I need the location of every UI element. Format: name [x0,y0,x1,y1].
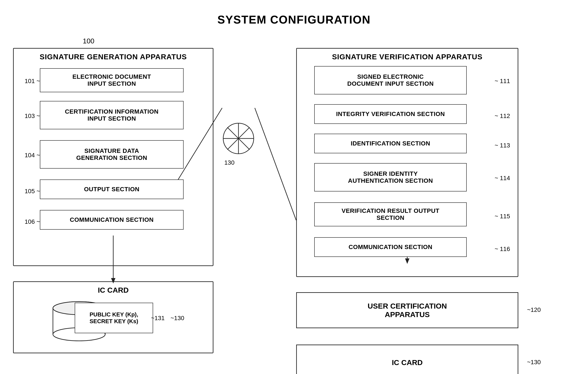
network-circle [222,122,255,155]
right-box-116: COMMUNICATION SECTION [314,237,467,257]
left-box-106: COMMUNICATION SECTION [40,210,184,230]
ic-card-left-box: IC CARD PUBLIC KEY (Kp),SECRET KEY (Ks) … [13,281,213,353]
ref-104: 104 ~ [25,152,40,159]
ref-114: ~ 114 [494,175,510,182]
ref-130-right: ~130 [527,359,541,366]
left-apparatus-label: SIGNATURE GENERATION APPARATUS [40,53,187,61]
label-130-network: 130 [224,159,235,166]
ref-101: 101 ~ [25,78,40,85]
right-apparatus-box: SIGNATURE VERIFICATION APPARATUS SIGNED … [296,48,518,277]
ic-card-left-label: IC CARD [98,286,129,294]
right-box-111: SIGNED ELECTRONICDOCUMENT INPUT SECTION [314,66,467,94]
ref-115: ~ 115 [494,213,510,220]
left-apparatus-box: SIGNATURE GENERATION APPARATUS ELECTRONI… [13,48,213,266]
user-cert-apparatus-box: USER CERTIFICATIONAPPARATUS [296,292,518,328]
ref-111: ~ 111 [494,78,510,85]
right-box-115: VERIFICATION RESULT OUTPUTSECTION [314,202,467,226]
left-box-103: CERTIFICATION INFORMATIONINPUT SECTION [40,101,184,129]
right-box-113: IDENTIFICATION SECTION [314,134,467,153]
left-box-101: ELECTRONIC DOCUMENTINPUT SECTION [40,68,184,92]
label-100: 100 [83,37,94,45]
ic-card-right-box: IC CARD [296,345,518,374]
ref-112: ~ 112 [494,112,510,120]
ref-131: ~131 [151,315,165,322]
left-box-105: OUTPUT SECTION [40,179,184,199]
page-title: SYSTEM CONFIGURATION [0,13,588,26]
ref-113: ~ 113 [494,142,510,149]
left-box-104: SIGNATURE DATAGENERATION SECTION [40,140,184,169]
ic-card-key-box: PUBLIC KEY (Kp),SECRET KEY (Ks) [75,303,153,333]
ref-105: 105 ~ [25,188,40,195]
diagram-container: 100 SIGNATURE GENERATION APPARATUS ELECT… [0,31,588,371]
right-box-114: SIGNER IDENTITYAUTHENTICATION SECTION [314,163,467,191]
ref-120: ~120 [527,306,541,313]
ref-116: ~ 116 [494,246,510,253]
ref-106: 106 ~ [25,218,40,225]
right-box-112: INTEGRITY VERIFICATION SECTION [314,104,467,124]
right-apparatus-label: SIGNATURE VERIFICATION APPARATUS [332,53,482,61]
ref-103: 103 ~ [25,112,40,120]
ref-130-iccard: ~130 [170,315,184,322]
